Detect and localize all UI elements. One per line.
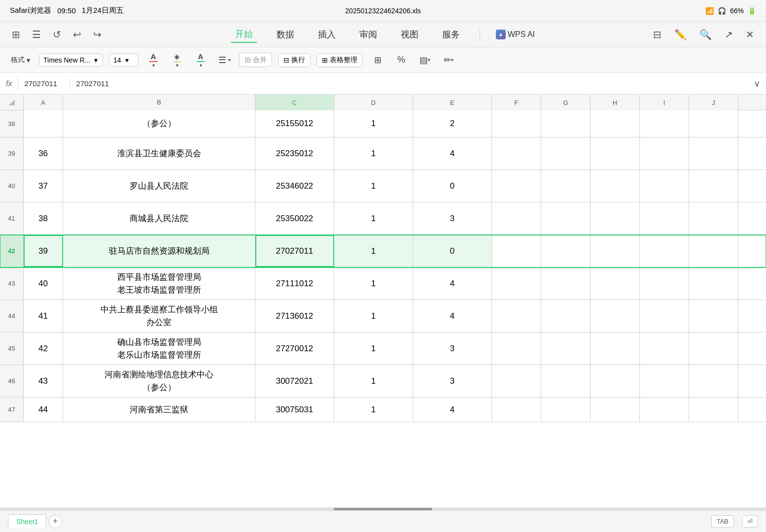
formula-input[interactable]: 27027011 [76,79,748,88]
cell-38-e[interactable]: 2 [413,110,492,137]
cell-43-e[interactable]: 4 [413,267,492,299]
mode-icon[interactable]: ⊟ [651,27,663,42]
cell-43-a[interactable]: 40 [24,267,63,299]
cell-47-b[interactable]: 河南省第三监狱 [63,398,255,422]
cell-39-b[interactable]: 淮滨县卫生健康委员会 [63,137,255,169]
cell-40-b[interactable]: 罗山县人民法院 [63,170,255,202]
cell-41-g[interactable] [541,202,591,234]
edit-icon[interactable]: ✏️ [672,27,689,42]
cell-44-h[interactable] [591,300,640,332]
wrap-text-button[interactable]: ⊟ 换行 [278,53,311,67]
cell-44-g[interactable] [541,300,591,332]
row-number[interactable]: 43 [0,267,24,299]
merge-button[interactable]: ⊞ 合并 [239,53,272,67]
col-header-g[interactable]: G [541,95,591,110]
cell-40-j[interactable] [689,170,738,202]
col-header-e[interactable]: E [413,95,492,110]
cell-40-e[interactable]: 0 [413,170,492,202]
cell-47-j[interactable] [689,398,738,422]
cell-38-j[interactable] [689,110,738,137]
grid-button[interactable]: ⊞ [369,52,386,68]
cell-42-e[interactable]: 0 [413,235,492,267]
cell-47-c[interactable]: 30075031 [255,398,334,422]
cell-45-a[interactable]: 42 [24,332,63,365]
row-number[interactable]: 40 [0,170,24,202]
cell-41-d[interactable]: 1 [334,202,413,234]
cell-42-d[interactable]: 1 [334,235,413,267]
row-number[interactable]: 47 [0,398,24,422]
cell-39-a[interactable]: 36 [24,137,63,169]
col-header-d[interactable]: D [334,95,413,110]
cell-41-f[interactable] [492,202,541,234]
cell-42-a[interactable]: 39 [24,235,63,267]
cell-39-f[interactable] [492,137,541,169]
cell-45-e[interactable]: 3 [413,332,492,365]
close-icon[interactable]: ✕ [744,27,756,42]
cell-40-g[interactable] [541,170,591,202]
cell-46-g[interactable] [541,365,591,397]
cell-42-c[interactable]: 27027011 [255,235,334,267]
tab-data[interactable]: 数据 [273,27,298,42]
cell-45-c[interactable]: 27270012 [255,332,334,365]
cell-38-f[interactable] [492,110,541,137]
cell-47-f[interactable] [492,398,541,422]
cell-40-a[interactable]: 37 [24,170,63,202]
search-icon[interactable]: 🔍 [697,27,714,42]
font-select[interactable]: Times New R... ▾ [39,54,103,66]
column-button[interactable]: ▤ ▾ [416,52,434,68]
tab-view[interactable]: 视图 [397,27,422,42]
cell-47-e[interactable]: 4 [413,398,492,422]
cell-44-d[interactable]: 1 [334,300,413,332]
cell-43-g[interactable] [541,267,591,299]
cell-46-j[interactable] [689,365,738,397]
cell-39-g[interactable] [541,137,591,169]
menu-icon[interactable]: ☰ [30,27,43,42]
cell-40-h[interactable] [591,170,640,202]
row-number-selected[interactable]: 42 [0,235,24,267]
text-color-button[interactable]: A ▾ [192,52,209,68]
cell-43-d[interactable]: 1 [334,267,413,299]
cell-41-h[interactable] [591,202,640,234]
cell-44-f[interactable] [492,300,541,332]
tab-key-button[interactable]: TAB [711,515,734,528]
table-format-button[interactable]: ⊞ 表格整理 [316,53,363,67]
cell-43-c[interactable]: 27111012 [255,267,334,299]
cell-44-j[interactable] [689,300,738,332]
cell-41-c[interactable]: 25350022 [255,202,334,234]
cell-46-f[interactable] [492,365,541,397]
scroll-bar[interactable] [334,508,432,510]
cell-38-a[interactable] [24,110,63,137]
percent-button[interactable]: % [392,52,410,68]
cell-42-g[interactable] [541,235,591,267]
cell-45-i[interactable] [640,332,689,365]
cell-40-c[interactable]: 25346022 [255,170,334,202]
cell-41-i[interactable] [640,202,689,234]
cell-46-e[interactable]: 3 [413,365,492,397]
cell-43-f[interactable] [492,267,541,299]
cell-46-a[interactable]: 43 [24,365,63,397]
tab-service[interactable]: 服务 [438,27,464,42]
wps-ai-button[interactable]: ▲ WPS AI [496,30,535,39]
cell-38-d[interactable]: 1 [334,110,413,137]
col-header-b[interactable]: B [63,95,255,110]
cell-43-b[interactable]: 西平县市场监督管理局 老王坡市场监督管理所 [63,267,255,299]
undo-icon[interactable]: ↩ [71,27,83,42]
cell-47-a[interactable]: 44 [24,398,63,422]
row-number[interactable]: 39 [0,137,24,169]
cell-39-j[interactable] [689,137,738,169]
cell-44-b[interactable]: 中共上蔡县委巡察工作领导小组 办公室 [63,300,255,332]
tab-review[interactable]: 审阅 [355,27,381,42]
cell-38-c[interactable]: 25155012 [255,110,334,137]
col-header-a[interactable]: A [24,95,63,110]
cell-45-f[interactable] [492,332,541,365]
cell-44-c[interactable]: 27136012 [255,300,334,332]
col-header-j[interactable]: J [689,95,738,110]
cell-47-i[interactable] [640,398,689,422]
cell-42-j[interactable] [689,235,738,267]
enter-key-button[interactable]: ⏎ [742,515,758,528]
row-number[interactable]: 45 [0,332,24,365]
share-icon[interactable]: ↗ [723,27,735,42]
cell-47-h[interactable] [591,398,640,422]
cell-42-h[interactable] [591,235,640,267]
cell-43-h[interactable] [591,267,640,299]
